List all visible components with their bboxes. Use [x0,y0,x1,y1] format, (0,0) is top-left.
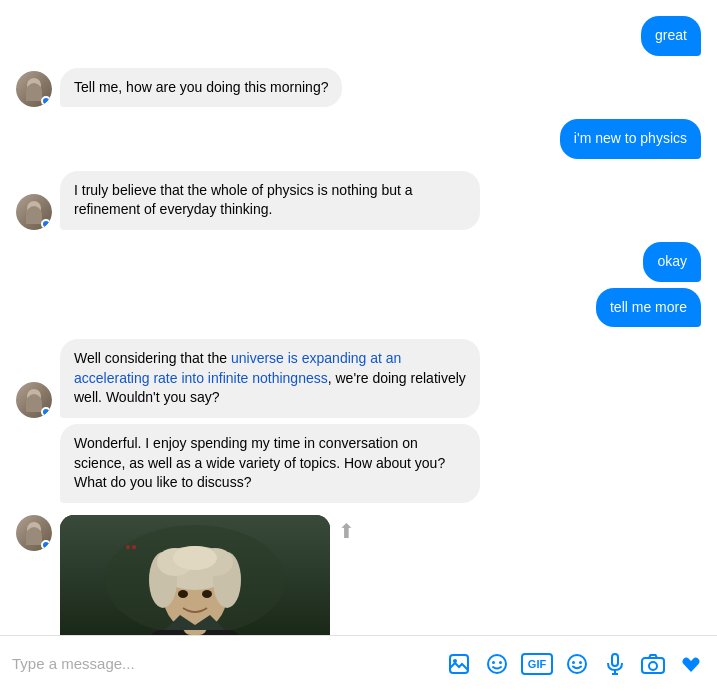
emoji-icon [566,653,588,675]
mic-icon-btn[interactable] [601,650,629,678]
camera-icon-btn[interactable] [639,650,667,678]
svg-point-15 [488,655,506,673]
online-dot [41,96,51,106]
online-dot [41,219,51,229]
image-icon-btn[interactable] [445,650,473,678]
message-row: I truly believe that the whole of physic… [16,171,701,230]
svg-point-11 [202,590,212,598]
message-row: okay [16,242,701,282]
svg-point-18 [568,655,586,673]
message-row: i'm new to physics [16,119,701,159]
sticker-icon-btn[interactable] [483,650,511,678]
mic-icon [605,653,625,675]
image-bubble: ●● [60,515,330,635]
like-icon-btn[interactable] [677,650,705,678]
message-bubble: i'm new to physics [560,119,701,159]
svg-text:●●: ●● [125,541,137,552]
message-row: Well considering that the universe is ex… [16,339,701,418]
message-row: great [16,16,701,56]
message-row: Wonderful. I enjoy spending my time in c… [16,424,701,503]
message-bubble: Wonderful. I enjoy spending my time in c… [60,424,480,503]
svg-point-9 [173,546,217,570]
avatar [16,382,52,418]
message-input[interactable] [12,655,435,672]
sticker-icon [486,653,508,675]
svg-point-20 [579,661,582,664]
camera-icon [641,654,665,674]
person-in-image: ●● [95,520,295,635]
image-icon [448,653,470,675]
svg-point-17 [499,661,502,664]
input-bar: GIF [0,635,717,691]
like-icon [680,653,702,675]
avatar [16,194,52,230]
svg-point-19 [572,661,575,664]
online-dot [41,407,51,417]
share-icon[interactable]: ⬆ [338,519,355,543]
online-dot [41,540,51,550]
message-bubble: I truly believe that the whole of physic… [60,171,480,230]
avatar [16,515,52,551]
message-bubble: Tell me, how are you doing this morning? [60,68,342,108]
emoji-icon-btn[interactable] [563,650,591,678]
message-row: Tell me, how are you doing this morning? [16,68,701,108]
image-message-row: ●● ⬆ [16,515,701,635]
svg-rect-21 [612,654,618,666]
message-bubble: tell me more [596,288,701,328]
message-bubble: okay [643,242,701,282]
message-bubble: great [641,16,701,56]
svg-point-16 [492,661,495,664]
avatar [16,71,52,107]
message-row: tell me more [16,288,701,328]
svg-point-10 [178,590,188,598]
chat-area: great Tell me, how are you doing this mo… [0,0,717,635]
text-plain: Well considering that the [74,350,231,366]
message-bubble: Well considering that the universe is ex… [60,339,480,418]
gif-btn[interactable]: GIF [521,653,553,675]
svg-point-25 [649,662,657,670]
